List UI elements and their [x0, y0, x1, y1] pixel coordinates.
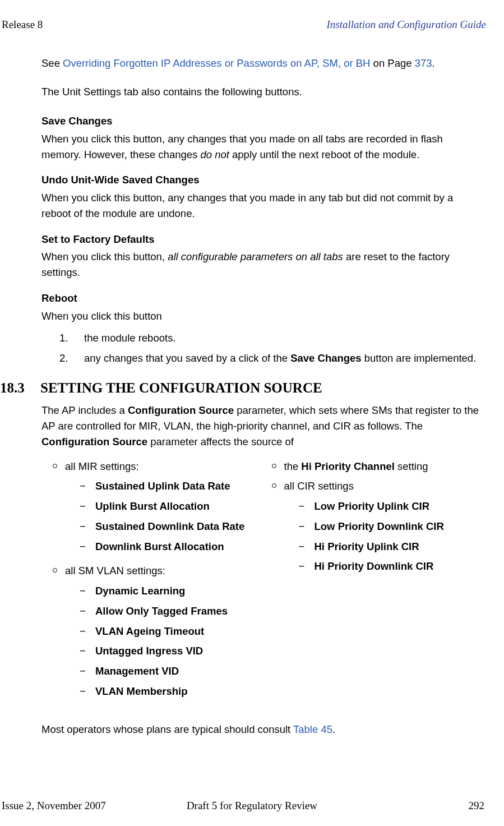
body-reboot: When you click this button: [41, 308, 482, 324]
list-item: all MIR settings: −Sustained Uplink Data…: [53, 459, 263, 559]
link-table-45[interactable]: Table 45: [293, 723, 332, 735]
body-undo: When you click this button, any changes …: [41, 190, 482, 222]
column-left: all MIR settings: −Sustained Uplink Data…: [53, 459, 263, 708]
footer-draft: Draft 5 for Regulatory Review: [187, 798, 317, 814]
list-item: −VLAN Ageing Timeout: [80, 624, 228, 639]
heading-save-changes: Save Changes: [41, 113, 482, 129]
link-page-373[interactable]: 373: [415, 57, 432, 69]
page-header: Release 8 Installation and Configuration…: [0, 17, 486, 33]
footer-issue: Issue 2, November 2007: [2, 798, 106, 814]
list-item: all SM VLAN settings: −Dynamic Learning …: [53, 563, 263, 703]
list-item: −Allow Only Tagged Frames: [80, 603, 228, 619]
section-heading: 18.3 SETTING THE CONFIGURATION SOURCE: [0, 377, 486, 399]
section-title: SETTING THE CONFIGURATION SOURCE: [40, 377, 322, 399]
header-doc-title: Installation and Configuration Guide: [327, 17, 486, 33]
ring-bullet-icon: [272, 464, 276, 468]
list-item: −VLAN Membership: [80, 684, 228, 699]
list-item: −Hi Priority Downlink CIR: [299, 559, 444, 574]
list-item: the Hi Priority Channel setting: [272, 459, 482, 474]
list-item: −Low Priority Uplink CIR: [299, 499, 444, 514]
link-overriding[interactable]: Overriding Forgotten IP Addresses or Pas…: [63, 57, 370, 69]
see-reference: See Overriding Forgotten IP Addresses or…: [41, 56, 482, 71]
reboot-list: 1. the module reboots. 2. any changes th…: [41, 330, 482, 366]
list-item: −Sustained Downlink Data Rate: [80, 519, 244, 534]
heading-reboot: Reboot: [41, 290, 482, 306]
header-release: Release 8: [0, 17, 43, 33]
list-item: −Low Priority Downlink CIR: [299, 519, 444, 534]
body-save-changes: When you click this button, any changes …: [41, 131, 482, 163]
list-item: 1. the module reboots.: [59, 330, 482, 346]
body-factory: When you click this button, all configur…: [41, 249, 482, 280]
list-item: all CIR settings −Low Priority Uplink CI…: [272, 478, 482, 579]
list-item: −Dynamic Learning: [80, 583, 228, 599]
footer-page-number: 292: [469, 798, 485, 814]
list-item: −Management VID: [80, 663, 228, 679]
list-item: −Uplink Burst Allocation: [80, 499, 244, 514]
list-item: −Hi Priority Uplink CIR: [299, 539, 444, 555]
config-source-para: The AP includes a Configuration Source p…: [41, 403, 482, 449]
ring-bullet-icon: [53, 464, 57, 468]
settings-columns: all MIR settings: −Sustained Uplink Data…: [41, 459, 482, 708]
list-item: 2. any changes that you saved by a click…: [59, 350, 482, 366]
column-right: the Hi Priority Channel setting all CIR …: [272, 459, 482, 708]
page-footer: Issue 2, November 2007 Draft 5 for Regul…: [0, 798, 504, 814]
heading-undo: Undo Unit-Wide Saved Changes: [41, 172, 482, 188]
ring-bullet-icon: [53, 568, 57, 573]
heading-factory: Set to Factory Defaults: [41, 232, 482, 247]
consult-para: Most operators whose plans are typical s…: [41, 722, 482, 737]
list-item: −Untagged Ingress VID: [80, 643, 228, 659]
list-item: −Downlink Burst Allocation: [80, 539, 244, 555]
unit-settings-intro: The Unit Settings tab also contains the …: [41, 84, 482, 100]
section-number: 18.3: [0, 377, 29, 399]
list-item: −Sustained Uplink Data Rate: [80, 478, 244, 494]
ring-bullet-icon: [272, 483, 276, 488]
